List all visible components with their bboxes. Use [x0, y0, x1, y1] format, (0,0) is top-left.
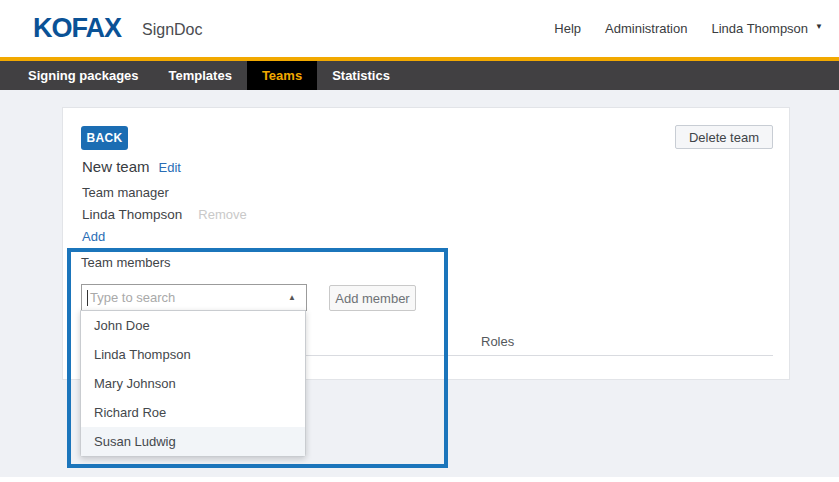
dropdown-option[interactable]: Richard Roe	[81, 398, 305, 427]
dropdown-option-highlighted[interactable]: Susan Ludwig	[81, 427, 305, 456]
nav-tab-templates[interactable]: Templates	[154, 61, 247, 90]
nav-tab-statistics[interactable]: Statistics	[317, 61, 405, 90]
administration-link[interactable]: Administration	[605, 21, 687, 36]
dropdown-option[interactable]: John Doe	[81, 311, 305, 340]
text-cursor	[87, 290, 88, 306]
team-name: New team	[82, 158, 150, 175]
member-search-dropdown: John Doe Linda Thompson Mary Johnson Ric…	[80, 310, 306, 457]
team-manager-name: Linda Thompson	[82, 207, 182, 222]
nav-tab-signing-packages[interactable]: Signing packages	[13, 61, 154, 90]
search-placeholder: Type to search	[90, 290, 288, 305]
main-nav: Signing packages Templates Teams Statist…	[0, 61, 839, 90]
remove-manager-link[interactable]: Remove	[198, 207, 246, 222]
member-search-input[interactable]: Type to search ▲	[81, 284, 307, 311]
help-link[interactable]: Help	[554, 21, 581, 36]
collapse-dropdown-icon[interactable]: ▲	[288, 294, 296, 302]
app-header: KOFAX SignDoc Help Administration Linda …	[0, 0, 839, 61]
add-member-button[interactable]: Add member	[329, 285, 416, 311]
edit-team-name-link[interactable]: Edit	[159, 160, 181, 175]
window-bottom-edge	[0, 477, 839, 482]
kofax-logo: KOFAX	[33, 15, 121, 42]
nav-tab-teams[interactable]: Teams	[247, 61, 317, 90]
back-button[interactable]: BACK	[81, 126, 128, 150]
dropdown-option[interactable]: Mary Johnson	[81, 369, 305, 398]
team-manager-row: Linda Thompson Remove	[82, 207, 247, 222]
dropdown-option[interactable]: Linda Thompson	[81, 340, 305, 369]
chevron-down-icon: ▼	[815, 23, 823, 31]
user-name: Linda Thompson	[711, 21, 808, 36]
delete-team-button[interactable]: Delete team	[675, 125, 773, 149]
roles-column-header: Roles	[481, 334, 514, 349]
team-manager-label: Team manager	[82, 185, 169, 200]
header-links: Help Administration Linda Thompson ▼	[554, 21, 823, 36]
team-members-label: Team members	[81, 255, 171, 270]
user-menu[interactable]: Linda Thompson ▼	[711, 21, 823, 36]
product-name: SignDoc	[142, 21, 202, 39]
add-manager-link[interactable]: Add	[82, 229, 105, 244]
team-title-row: New team Edit	[82, 158, 181, 175]
